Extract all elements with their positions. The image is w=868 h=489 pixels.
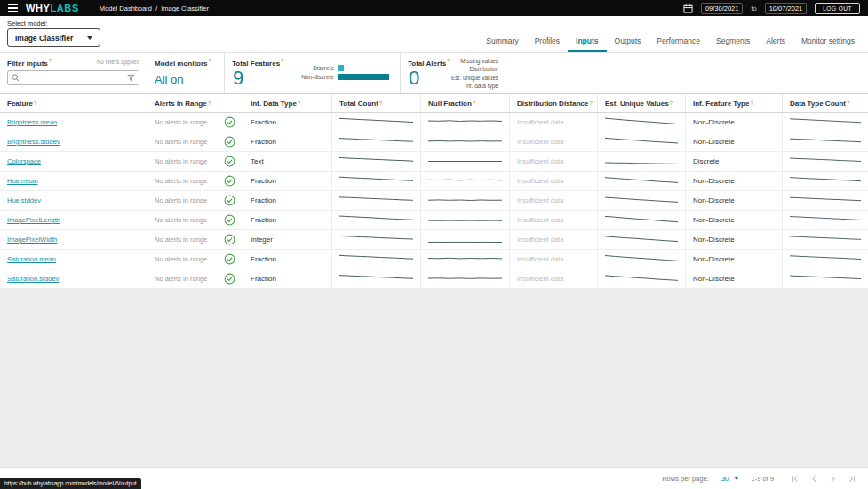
sparkline: [790, 135, 861, 148]
feature-link[interactable]: Colorspace: [7, 157, 41, 165]
model-monitors-section: Model monitors? All on: [147, 53, 224, 93]
top-bar: WHYLABS Model Dashboard / Image Classifi…: [0, 0, 868, 16]
help-icon[interactable]: ?: [34, 100, 37, 106]
menu-icon[interactable]: [8, 4, 18, 12]
total-count-cell: [331, 250, 420, 269]
feature-link[interactable]: Brightness.stddev: [7, 138, 60, 146]
help-icon[interactable]: ?: [750, 100, 753, 106]
est-unique-values-cell: [597, 191, 685, 211]
table-header: Feature?Alerts In Range?Inf. Data Type?T…: [0, 94, 868, 113]
tab-alerts[interactable]: Alerts: [758, 31, 793, 52]
table-row: ColorspaceNo alerts in rangeTextInsuffic…: [0, 152, 868, 172]
inf-data-type-cell: Fraction: [243, 250, 331, 269]
sparkline: [790, 155, 861, 168]
model-select-dropdown[interactable]: Image Classifier: [7, 28, 100, 47]
sparkline: [605, 116, 678, 129]
inf-data-type-cell: Fraction: [243, 191, 331, 211]
legend-row: Missing values: [447, 58, 498, 65]
alerts-in-range-cell: No alerts in range: [147, 211, 243, 230]
feature-link[interactable]: Saturation.stddev: [7, 275, 59, 283]
alerts-in-range-cell: No alerts in range: [147, 113, 243, 132]
legend-row: Non-discrete: [288, 74, 389, 80]
tab-outputs[interactable]: Outputs: [607, 31, 649, 52]
date-end-input[interactable]: 10/07/2021: [765, 3, 808, 14]
sparkline: [428, 233, 502, 246]
alerts-in-range-cell: No alerts in range: [147, 152, 243, 172]
sparkline: [428, 213, 502, 227]
tab-summary[interactable]: Summary: [478, 31, 526, 52]
total-count-cell: [331, 269, 420, 289]
date-start-input[interactable]: 09/30/2021: [701, 3, 744, 14]
help-icon[interactable]: ?: [209, 58, 212, 63]
tab-segments[interactable]: Segments: [708, 31, 758, 52]
logout-button[interactable]: LOG OUT: [815, 3, 860, 14]
alerts-in-range-cell: No alerts in range: [147, 132, 243, 152]
breadcrumb-model-dashboard[interactable]: Model Dashboard: [100, 4, 152, 12]
sparkline: [339, 116, 413, 129]
sparkline: [339, 272, 413, 285]
total-features-section: Total Features? 9 DiscreteNon-discrete: [224, 53, 400, 93]
calendar-icon[interactable]: [683, 4, 693, 13]
tab-profiles[interactable]: Profiles: [527, 31, 568, 52]
help-icon[interactable]: ?: [208, 100, 211, 106]
legend-label: Inf. data type: [447, 83, 498, 90]
help-icon[interactable]: ?: [281, 58, 284, 63]
sparkline: [605, 272, 678, 285]
feature-cell: ImagePixelLength: [0, 211, 147, 230]
feature-link[interactable]: ImagePixelLength: [7, 216, 60, 224]
logo-why: WHY: [26, 3, 50, 13]
inf-data-type-cell: Fraction: [243, 132, 331, 152]
help-icon[interactable]: ?: [298, 100, 301, 106]
total-count-cell: [331, 152, 420, 172]
sparkline: [605, 233, 678, 246]
feature-link[interactable]: Saturation.mean: [7, 255, 56, 263]
feature-link[interactable]: Brightness.mean: [7, 118, 57, 126]
help-icon[interactable]: ?: [379, 100, 383, 106]
sparkline: [339, 155, 413, 168]
sparkline: [339, 233, 413, 246]
features-legend: DiscreteNon-discrete: [288, 65, 389, 80]
tab-performance[interactable]: Performance: [649, 31, 708, 52]
feature-link[interactable]: Hue.stddev: [7, 196, 41, 204]
sparkline: [605, 155, 678, 168]
inf-data-type-cell: Fraction: [243, 211, 331, 230]
help-icon[interactable]: ?: [49, 58, 52, 63]
data-type-count-cell: [782, 172, 868, 191]
help-icon[interactable]: ?: [589, 100, 593, 106]
pagination-last-button[interactable]: [848, 475, 856, 483]
help-icon[interactable]: ?: [473, 100, 476, 106]
help-icon[interactable]: ?: [670, 100, 673, 106]
column-header-total-count: Total Count?: [331, 94, 420, 113]
search-input[interactable]: [22, 71, 123, 84]
pagination-prev-button[interactable]: [810, 475, 818, 483]
help-icon[interactable]: ?: [847, 100, 850, 106]
column-header-data-type-count: Data Type Count?: [782, 94, 868, 113]
model-monitors-title: Model monitors?: [155, 58, 211, 68]
tab-monitor-settings[interactable]: Monitor settings: [793, 31, 863, 52]
chevron-down-icon: [734, 477, 739, 480]
summary-strip: Filter inputs? No filters applied Model …: [0, 52, 868, 94]
pagination-next-button[interactable]: [829, 475, 837, 483]
data-type-count-cell: [782, 152, 868, 172]
filter-funnel-button[interactable]: [123, 71, 139, 84]
tab-inputs[interactable]: Inputs: [568, 31, 607, 52]
total-count-cell: [331, 230, 420, 250]
inf-feature-type-cell: Non-Discrete: [685, 230, 782, 250]
data-type-count-cell: [782, 230, 868, 250]
whylabs-logo: WHYLABS: [26, 4, 79, 13]
pagination-first-button[interactable]: [792, 475, 800, 483]
rows-per-page-select[interactable]: 30: [721, 475, 739, 483]
breadcrumb-separator: /: [155, 4, 157, 12]
column-header-null-fraction: Null Fraction?: [420, 94, 509, 113]
insufficient-data-text: Insufficient data: [517, 236, 563, 244]
feature-cell: Hue.stddev: [0, 191, 147, 211]
feature-link[interactable]: Hue.mean: [7, 177, 38, 185]
sparkline: [605, 174, 678, 188]
inf-feature-type-cell: Non-Discrete: [685, 211, 782, 230]
features-table: Feature?Alerts In Range?Inf. Data Type?T…: [0, 94, 868, 289]
status-url-tooltip: https://hub.whylabsapp.com/models/model-…: [0, 478, 141, 489]
feature-link[interactable]: ImagePixelWidth: [7, 236, 57, 244]
null-fraction-cell: [420, 113, 509, 132]
legend-row: Distribution: [447, 66, 498, 73]
breadcrumb: Model Dashboard / Image Classifier: [100, 4, 209, 12]
